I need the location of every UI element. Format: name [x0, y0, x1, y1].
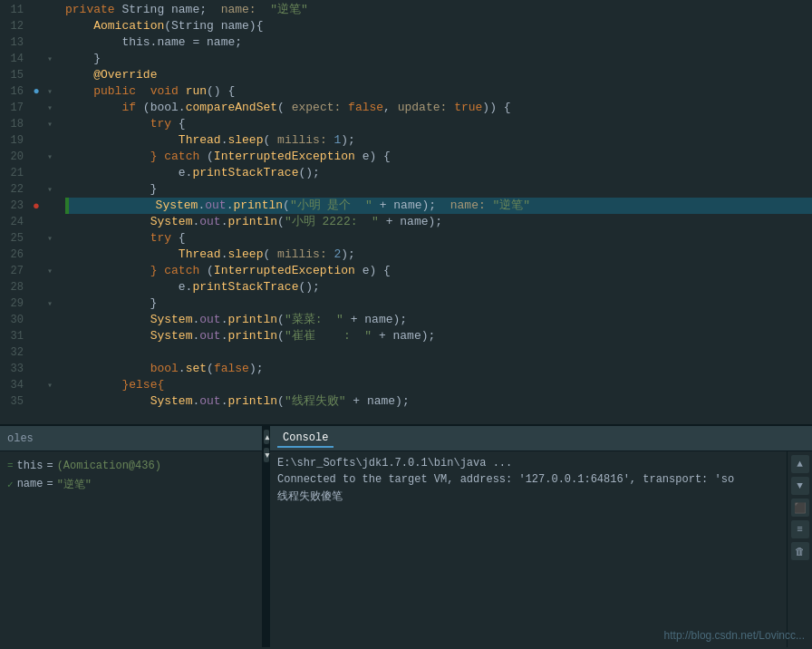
- token-normal: .: [221, 214, 228, 230]
- line-number: 35: [0, 395, 29, 408]
- token-normal: + name);: [372, 198, 450, 214]
- code-line: @Override: [65, 67, 812, 83]
- line-number: 28: [0, 281, 29, 294]
- fold-icon[interactable]: ▾: [44, 53, 56, 64]
- code-line: Thread.sleep( millis: 2);: [65, 247, 812, 263]
- token-normal: [65, 377, 121, 393]
- token-normal: (: [277, 393, 285, 410]
- token-kw: void: [150, 83, 179, 100]
- fold-icon[interactable]: ▾: [44, 266, 56, 276]
- console-output: E:\shr_Softs\jdk1.7.0.1\bin\java ...Conn…: [270, 451, 787, 647]
- gutter-row: 24: [0, 214, 62, 230]
- fold-icon[interactable]: ▾: [44, 380, 56, 391]
- line-number: 15: [0, 69, 29, 82]
- token-normal: [65, 393, 150, 410]
- variable-row: =this = (Aomication@436): [7, 457, 255, 475]
- token-annotation: @Override: [93, 67, 157, 83]
- line-breakpoint-icon[interactable]: ●: [29, 199, 44, 213]
- variable-value: "逆笔": [57, 477, 92, 492]
- line-number: 27: [0, 265, 29, 277]
- token-class-name: InterruptedException: [214, 149, 355, 165]
- line-number: 24: [0, 216, 29, 228]
- token-normal: + name);: [343, 312, 407, 328]
- scroll-up-button[interactable]: ▲: [791, 455, 809, 473]
- token-method: compareAndSet: [186, 100, 277, 116]
- token-kw: bool: [150, 361, 179, 377]
- token-normal: (: [277, 328, 285, 344]
- token-string-cn: "小明 是个 ": [290, 198, 372, 214]
- token-class-name: InterruptedException: [214, 263, 355, 279]
- separator-drag2[interactable]: ▾: [264, 448, 269, 462]
- gutter-row: 13: [0, 34, 62, 51]
- gutter: 11121314▾1516●▾17▾18▾1920▾2122▾23●2425▾2…: [0, 0, 62, 424]
- token-normal: [65, 132, 179, 149]
- token-normal: (: [199, 149, 214, 165]
- token-class-name: System: [71, 198, 198, 214]
- token-class-name: Thread: [179, 132, 221, 149]
- line-numbers: 11121314▾1516●▾17▾18▾1920▾2122▾23●2425▾2…: [0, 2, 62, 410]
- token-normal: ,: [383, 100, 398, 116]
- code-line: bool.set(false);: [65, 361, 812, 377]
- variable-name: name: [17, 478, 44, 490]
- token-normal: [136, 83, 150, 100]
- fold-icon[interactable]: ▾: [44, 233, 56, 244]
- code-line: public void run() {: [65, 83, 812, 100]
- fold-icon[interactable]: ▾: [44, 298, 56, 309]
- token-method: run: [186, 83, 207, 100]
- debug-line-indicator: [65, 198, 69, 214]
- token-normal: .: [221, 247, 228, 263]
- token-normal: e) {: [355, 263, 391, 279]
- line-number: 30: [0, 314, 29, 326]
- stop-button[interactable]: ⬛: [791, 499, 809, 517]
- console-line: Connected to the target VM, address: '12…: [277, 471, 779, 488]
- gutter-row: 25▾: [0, 230, 62, 247]
- token-kw: if: [121, 100, 136, 116]
- fold-icon[interactable]: ▾: [44, 102, 56, 113]
- token-method: sleep: [227, 132, 263, 149]
- gutter-row: 31: [0, 328, 62, 344]
- line-breakpoint-icon[interactable]: ●: [29, 85, 44, 98]
- scroll-down-button[interactable]: ▼: [791, 477, 809, 495]
- fold-icon[interactable]: ▾: [44, 184, 56, 195]
- token-class-name: System: [150, 393, 193, 410]
- panel-separator: ▴ ▾: [263, 426, 270, 647]
- fold-icon[interactable]: ▾: [44, 151, 56, 162]
- token-kw2: true: [454, 100, 482, 116]
- token-kw: private: [65, 2, 115, 18]
- token-normal: [65, 328, 150, 344]
- token-normal: );: [249, 361, 264, 377]
- token-string-cn: "逆笔": [493, 198, 531, 214]
- token-out-kw: out: [199, 312, 220, 328]
- token-normal: + name);: [346, 393, 410, 410]
- token-string-cn: "小明 2222: ": [285, 214, 379, 230]
- token-class-name: Thread: [179, 247, 221, 263]
- code-line: System.out.println("小明 2222: " + name);: [65, 214, 812, 230]
- token-kw: try: [150, 230, 171, 247]
- line-number: 32: [0, 346, 29, 359]
- clear-button[interactable]: ≡: [791, 520, 809, 538]
- token-normal: (: [277, 312, 285, 328]
- token-string-cn: "菜菜: ": [285, 312, 343, 328]
- gutter-row: 26: [0, 247, 62, 263]
- line-number: 14: [0, 53, 29, 65]
- console-tab[interactable]: Console: [277, 430, 334, 448]
- token-method: sleep: [227, 247, 263, 263]
- fold-icon[interactable]: ▾: [44, 119, 56, 130]
- gutter-row: 15: [0, 67, 62, 83]
- token-method: println: [227, 393, 277, 410]
- gutter-row: 22▾: [0, 181, 62, 198]
- fold-icon[interactable]: ▾: [44, 86, 56, 97]
- delete-button[interactable]: 🗑: [791, 542, 809, 560]
- gutter-row: 32: [0, 344, 62, 361]
- separator-drag[interactable]: ▴: [264, 430, 269, 444]
- gutter-row: 28: [0, 279, 62, 295]
- token-normal: [327, 247, 334, 263]
- variables-content: =this = (Aomication@436)✓name = "逆笔": [0, 451, 262, 499]
- token-normal: (: [263, 247, 277, 263]
- code-line: private String name; name: "逆笔": [65, 2, 812, 18]
- line-number: 19: [0, 134, 29, 147]
- gutter-row: 12: [0, 18, 62, 34]
- gutter-row: 14▾: [0, 51, 62, 67]
- token-param-name: name:: [450, 198, 486, 214]
- code-line: System.out.println("线程失败" + name);: [65, 393, 812, 410]
